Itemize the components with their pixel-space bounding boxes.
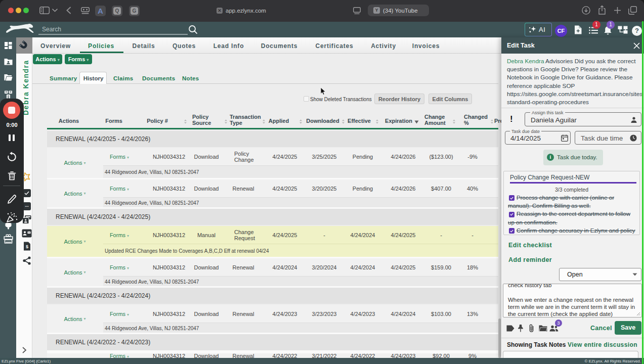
svg-text:$: $: [26, 244, 28, 249]
